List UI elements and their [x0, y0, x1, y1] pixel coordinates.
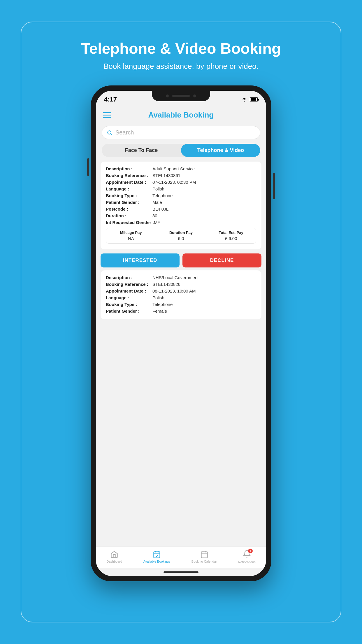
b2-description-value: NHS/Local Government [152, 275, 198, 280]
power-button [273, 173, 275, 199]
search-container: Search [96, 123, 266, 142]
search-icon [107, 130, 113, 136]
booking-ref-row: Booking Reference : STEL1430861 [106, 173, 256, 178]
b2-language-value: Polish [152, 295, 164, 300]
tab-telephone-video[interactable]: Telephone & Video [181, 144, 260, 157]
search-placeholder: Search [115, 129, 134, 136]
description-value: Adult Support Service [152, 166, 195, 171]
b2-description-label: Description : [106, 275, 152, 280]
page-title: Telephone & Video Booking [81, 40, 281, 57]
svg-rect-2 [154, 552, 160, 558]
duration-label: Duration : [106, 213, 152, 218]
page-subtitle: Book language assistance, by phone or vi… [103, 62, 259, 71]
notification-badge-wrapper: 1 [243, 550, 251, 559]
duration-value: 30 [152, 213, 157, 218]
content-scroll: Description : Adult Support Service Book… [96, 160, 266, 547]
b2-patient-gender-row: Patient Gender : Female [106, 309, 256, 314]
int-requested-value: MF [154, 220, 160, 225]
int-requested-row: Int Requested Gender : MF [106, 220, 256, 225]
nav-notifications-label: Notifications [238, 560, 256, 564]
b2-appt-date-label: Appointment Date : [106, 288, 152, 293]
description-row: Description : Adult Support Service [106, 166, 256, 171]
b2-patient-gender-value: Female [152, 309, 167, 314]
appt-date-row: Appointment Date : 07-11-2023, 02:30 PM [106, 180, 256, 185]
bookings-icon [153, 550, 161, 559]
svg-rect-6 [201, 552, 207, 558]
postcode-label: Postcode : [106, 206, 152, 211]
int-requested-label: Int Requested Gender : [106, 220, 154, 225]
duration-pay-value: 6.0 [157, 236, 205, 241]
b2-booking-type-label: Booking Type : [106, 302, 152, 307]
app-header: Available Booking [96, 108, 266, 123]
patient-gender-label: Patient Gender : [106, 200, 152, 205]
nav-dashboard[interactable]: Dashboard [106, 550, 122, 563]
interested-button[interactable]: INTERESTED [101, 253, 180, 267]
header-title: Available Booking [148, 111, 214, 120]
postcode-value: BL4 0JL [152, 206, 168, 211]
b2-booking-type-value: Telephone [152, 302, 173, 307]
action-buttons: INTERESTED DECLINE [101, 253, 261, 267]
b2-booking-ref-label: Booking Reference : [106, 282, 152, 287]
home-indicator [96, 568, 266, 576]
booking-type-label: Booking Type : [106, 193, 152, 198]
nav-available-bookings[interactable]: Available Bookings [143, 550, 171, 563]
b2-patient-gender-label: Patient Gender : [106, 309, 152, 314]
nav-booking-calendar-label: Booking Calendar [191, 560, 217, 563]
duration-pay-header: Duration Pay [157, 230, 205, 235]
postcode-row: Postcode : BL4 0JL [106, 206, 256, 211]
description-label: Description : [106, 166, 152, 171]
camera-dot [166, 94, 169, 97]
b2-appt-date-row: Appointment Date : 08-11-2023, 10:00 AM [106, 288, 256, 293]
booking-card-1: Description : Adult Support Service Book… [101, 162, 261, 249]
booking-type-tabs: Face To Face Telephone & Video [102, 144, 260, 157]
duration-pay-cell: Duration Pay 6.0 [156, 228, 206, 243]
total-est-pay-header: Total Est. Pay [207, 230, 255, 235]
appt-date-label: Appointment Date : [106, 180, 152, 185]
b2-appt-date-value: 08-11-2023, 10:00 AM [152, 288, 196, 293]
mileage-pay-value: NA [107, 236, 155, 241]
booking-type-row: Booking Type : Telephone [106, 193, 256, 198]
nav-notifications[interactable]: 1 Notifications [238, 550, 256, 564]
nav-dashboard-label: Dashboard [106, 560, 122, 563]
mileage-pay-cell: Mileage Pay NA [106, 228, 156, 243]
appt-date-value: 07-11-2023, 02:30 PM [152, 180, 196, 185]
volume-button [87, 158, 89, 176]
status-time: 4:17 [104, 96, 117, 103]
duration-row: Duration : 30 [106, 213, 256, 218]
status-bar: 4:17 [96, 91, 266, 108]
tab-face-to-face[interactable]: Face To Face [102, 144, 181, 157]
home-icon [110, 550, 118, 559]
patient-gender-row: Patient Gender : Male [106, 200, 256, 205]
b2-language-row: Language : Polish [106, 295, 256, 300]
total-est-pay-cell: Total Est. Pay £ 6.00 [206, 228, 256, 243]
booking-ref-label: Booking Reference : [106, 173, 152, 178]
svg-point-0 [108, 131, 111, 134]
nav-booking-calendar[interactable]: Booking Calendar [191, 550, 217, 563]
patient-gender-value: Male [152, 200, 162, 205]
sensor-dot [193, 94, 196, 97]
calendar-icon [200, 550, 208, 559]
b2-booking-type-row: Booking Type : Telephone [106, 302, 256, 307]
b2-booking-ref-row: Booking Reference : STEL1430826 [106, 282, 256, 287]
search-box[interactable]: Search [102, 126, 260, 139]
svg-line-1 [111, 134, 112, 135]
speaker [172, 95, 190, 97]
battery-icon [250, 97, 258, 102]
booking-ref-value: STEL1430861 [152, 173, 180, 178]
decline-button[interactable]: DECLINE [182, 253, 261, 267]
b2-booking-ref-value: STEL1430826 [152, 282, 180, 287]
phone-screen: 4:17 [96, 91, 266, 576]
status-icons [241, 97, 258, 102]
total-est-pay-value: £ 6.00 [207, 236, 255, 241]
mileage-pay-header: Mileage Pay [107, 230, 155, 235]
b2-description-row: Description : NHS/Local Government [106, 275, 256, 280]
b2-language-label: Language : [106, 295, 152, 300]
hamburger-menu[interactable] [103, 112, 111, 118]
wifi-icon [241, 97, 247, 102]
bottom-nav: Dashboard Available Bookings Booking Cal… [96, 547, 266, 568]
booking-type-value: Telephone [152, 193, 173, 198]
language-value: Polish [152, 186, 164, 191]
language-row: Language : Polish [106, 186, 256, 191]
notch [152, 91, 210, 101]
outer-card: Telephone & Video Booking Book language … [21, 22, 341, 622]
